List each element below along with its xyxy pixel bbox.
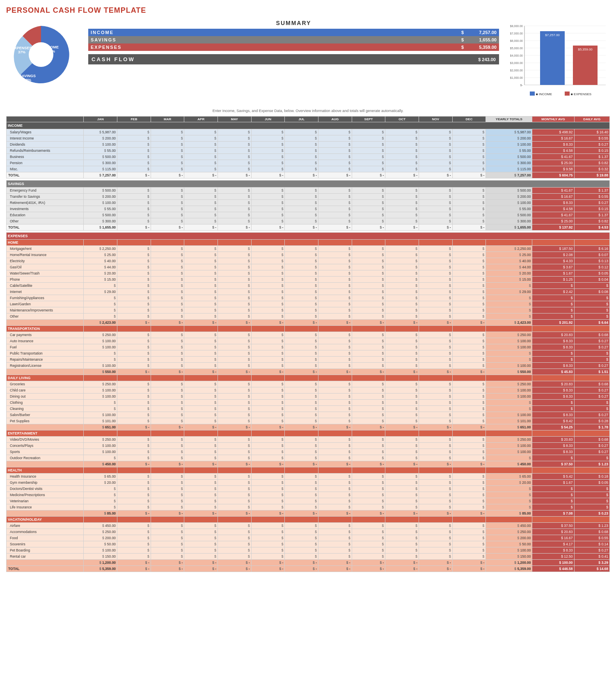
cell: $ <box>385 277 419 283</box>
table-row: Business$ 500.00$ $ $ $ $ $ $ $ $ $ $ $ … <box>7 154 610 160</box>
monthly-avg-cell: $ <box>532 400 574 406</box>
cell: $ <box>117 455 151 461</box>
subtotal-cell: $ - <box>385 424 419 430</box>
cell: $ <box>419 252 453 258</box>
cell: $ <box>251 246 285 252</box>
subtotal-cell: $ - <box>318 560 352 566</box>
cell: $ <box>318 394 352 400</box>
cell <box>452 430 486 437</box>
subtotal-daily-avg: $ 1.23 <box>574 461 609 467</box>
savings-pie-label: SAVINGS <box>19 74 36 78</box>
cell: $ <box>151 252 184 258</box>
cell: $ <box>419 455 453 461</box>
daily-avg-cell: $ 1.37 <box>574 212 609 218</box>
cell: $ 250.00 <box>84 332 117 338</box>
cell: $ <box>285 449 318 455</box>
cell: $ <box>385 400 419 406</box>
savings-value: 1,655.00 <box>466 36 499 43</box>
total-cell: $ 7,257.00 <box>84 172 117 179</box>
cell: $ <box>285 154 318 160</box>
cell: $ <box>218 135 252 142</box>
cell: $ <box>251 270 285 277</box>
cell: $ <box>318 206 352 212</box>
cell: $ <box>117 474 151 480</box>
cell: $ <box>318 332 352 338</box>
cell: $ <box>318 129 352 135</box>
subtotal-label <box>7 560 84 566</box>
cell: $ <box>352 498 385 504</box>
daily-avg-cell: $ <box>574 486 609 492</box>
cell: $ <box>352 277 385 283</box>
subtotal-yearly: $ 550.00 <box>486 369 532 375</box>
cell: $ 200.00 <box>84 135 117 142</box>
daily-avg-cell: $ 0.68 <box>574 529 609 535</box>
grand-total-cell: $ 5,359.00 <box>84 566 117 572</box>
svg-text:$1,000.00: $1,000.00 <box>510 76 523 79</box>
cell: $ <box>385 394 419 400</box>
yearly-cell: $ <box>486 486 532 492</box>
cell: $ <box>218 535 252 541</box>
cell: $ <box>419 474 453 480</box>
row-label: Pet Boarding <box>7 547 84 554</box>
cell: $ <box>285 492 318 498</box>
daily-avg-cell: $ <box>574 504 609 510</box>
cell: $ <box>218 547 252 554</box>
subtotal-cell: $ - <box>218 424 252 430</box>
cell: $ <box>352 474 385 480</box>
row-label: Clothing <box>7 400 84 406</box>
cell: $ 250.00 <box>84 381 117 387</box>
row-label: Child care <box>7 387 84 394</box>
cell: $ <box>184 363 218 369</box>
cell: $ <box>184 283 218 289</box>
expenses-label: EXPENSES <box>88 43 401 51</box>
cell: $ 100.00 <box>84 394 117 400</box>
cell: $ <box>218 443 252 449</box>
subtotal-cell: $ - <box>385 369 419 375</box>
cell: $ 450.00 <box>84 523 117 529</box>
row-label: Retirement(401K, IRA) <box>7 200 84 206</box>
cell: $ <box>318 283 352 289</box>
cell: $ <box>385 529 419 535</box>
total-cell: $ - <box>385 172 419 179</box>
cell: $ <box>84 301 117 307</box>
cell: $ <box>318 498 352 504</box>
cell: $ <box>285 344 318 350</box>
cell: $ <box>151 344 184 350</box>
grand-total-cell: $ - <box>218 566 252 572</box>
income-bar-label: $7,257.00 <box>545 33 560 37</box>
summary-title: SUMMARY <box>88 20 499 26</box>
cell: $ <box>117 188 151 194</box>
cell: $ <box>352 350 385 357</box>
section-header-row: SAVINGS <box>7 181 610 188</box>
cell: $ <box>251 218 285 224</box>
subtotal-cell: $ - <box>318 320 352 326</box>
table-row: Lawn/Garden$ $ $ $ $ $ $ $ $ $ $ $ $ $ $ <box>7 301 610 307</box>
cell: $ <box>218 166 252 172</box>
row-label: Internet <box>7 289 84 295</box>
cell: $ <box>184 406 218 412</box>
table-row: Salary/Wages$ 5,987.00$ $ $ $ $ $ $ $ $ … <box>7 129 610 135</box>
cell: $ <box>151 437 184 443</box>
cell: $ <box>285 160 318 166</box>
table-row: Electricity$ 40.00$ $ $ $ $ $ $ $ $ $ $ … <box>7 258 610 264</box>
subtotal-cell: $ - <box>352 424 385 430</box>
cell: $ <box>184 314 218 320</box>
cell: $ <box>184 289 218 295</box>
subtotal-yearly: $ 450.00 <box>486 461 532 467</box>
subtotal-cell: $ - <box>184 369 218 375</box>
cell: $ <box>352 492 385 498</box>
cell: $ <box>151 194 184 200</box>
cell: $ 100.00 <box>84 449 117 455</box>
cell: $ <box>419 498 453 504</box>
cell: $ <box>117 264 151 270</box>
cell: $ <box>452 135 486 142</box>
daily-avg-cell: $ <box>574 301 609 307</box>
cell: $ 55.00 <box>84 148 117 154</box>
total-monthly-avg: $ 604.75 <box>532 172 574 179</box>
cell: $ <box>452 480 486 486</box>
row-label: Misc. <box>7 166 84 172</box>
cell: $ <box>218 332 252 338</box>
cell: $ <box>218 412 252 418</box>
cell: $ <box>385 363 419 369</box>
table-row: Emergency Fund$ 500.00$ $ $ $ $ $ $ $ $ … <box>7 188 610 194</box>
